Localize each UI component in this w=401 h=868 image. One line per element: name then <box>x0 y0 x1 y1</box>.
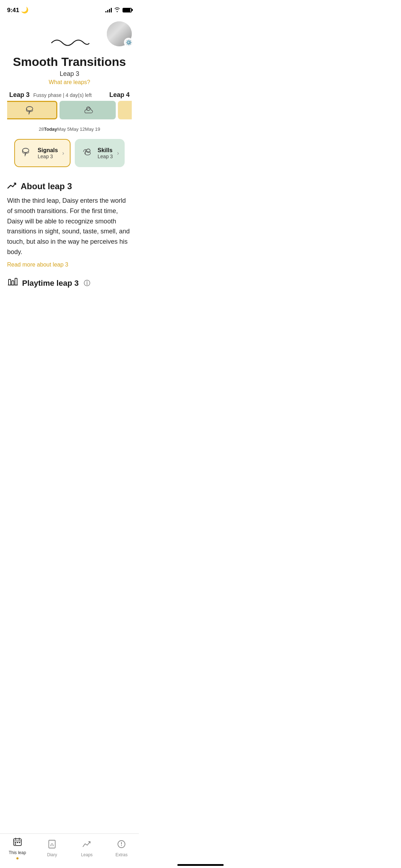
moon-icon: 🌙 <box>21 7 28 14</box>
chart-icon <box>7 182 17 191</box>
svg-rect-5 <box>9 279 11 285</box>
current-leap-label: Leap 3 <box>9 91 30 98</box>
app-title: Smooth Transitions <box>13 55 126 69</box>
about-heading: About leap 3 <box>7 181 132 191</box>
leap-subtitle: Leap 3 <box>59 70 79 78</box>
skills-card-text: Skills Leap 3 <box>98 147 113 159</box>
skills-icon <box>80 145 93 161</box>
about-heading-text: About leap 3 <box>21 181 72 191</box>
fussy-phase-info: Fussy phase | 4 day(s) left <box>33 92 92 98</box>
date-may19: May 19 <box>85 126 100 132</box>
signals-card-arrow: › <box>62 150 64 156</box>
timeline-current-segment[interactable] <box>7 101 57 119</box>
signals-card[interactable]: Signals Leap 3 › <box>14 139 71 167</box>
skills-card-title: Skills <box>98 147 113 154</box>
timeline-green-segment <box>59 101 116 119</box>
next-leap-label: Leap 4 <box>109 91 130 99</box>
signals-card-subtitle: Leap 3 <box>38 154 58 159</box>
leap-phase-header: Leap 3 Fussy phase | 4 day(s) left Leap … <box>7 91 132 99</box>
timeline-dates: 28 Today May 5 May 12 May 19 <box>37 126 101 132</box>
wifi-icon <box>114 7 120 13</box>
playtime-icon <box>7 277 19 290</box>
avatar: ⚙️ <box>107 21 132 46</box>
info-icon[interactable]: ⓘ <box>84 279 90 288</box>
signals-card-title: Signals <box>38 147 58 154</box>
avatar-container[interactable]: ⚙️ <box>107 21 132 46</box>
about-body: With the third leap, Daisy enters the wo… <box>7 196 132 257</box>
svg-point-2 <box>22 148 29 153</box>
skills-card[interactable]: Skills Leap 3 › <box>75 139 125 167</box>
battery-icon <box>123 8 132 12</box>
skills-card-subtitle: Leap 3 <box>98 154 113 159</box>
storm-icon <box>24 104 36 116</box>
about-section: About leap 3 With the third leap, Daisy … <box>0 181 139 268</box>
date-28: 28 <box>39 126 44 132</box>
status-time: 9:41 🌙 <box>7 6 28 14</box>
svg-point-4 <box>85 151 90 155</box>
playtime-heading-text: Playtime leap 3 <box>22 279 79 288</box>
date-may5: May 5 <box>57 126 70 132</box>
skills-card-arrow: › <box>117 150 119 156</box>
status-icons <box>105 7 132 13</box>
timeline-next-segment <box>118 101 132 119</box>
signals-icon <box>21 145 33 161</box>
date-may12: May 12 <box>70 126 85 132</box>
playtime-heading: Playtime leap 3 ⓘ <box>7 277 132 290</box>
svg-rect-6 <box>12 281 14 285</box>
cards-row: Signals Leap 3 › Skills Leap 3 › <box>12 139 127 167</box>
signals-card-text: Signals Leap 3 <box>38 147 58 159</box>
timeline-bar <box>7 101 132 119</box>
svg-point-0 <box>26 107 33 111</box>
header-area: ⚙️ Smooth Transitions Leap 3 What are le… <box>0 18 139 181</box>
svg-rect-7 <box>15 278 17 285</box>
timeline-bar-container <box>7 101 132 119</box>
read-more-link[interactable]: Read more about leap 3 <box>7 262 132 268</box>
signal-icon <box>105 7 112 12</box>
status-bar: 9:41 🌙 <box>0 0 139 18</box>
what-are-leaps-link[interactable]: What are leaps? <box>49 79 90 86</box>
playtime-section: Playtime leap 3 ⓘ <box>0 277 139 290</box>
wave-icon <box>48 36 91 51</box>
partly-cloudy-icon <box>81 104 94 117</box>
gear-icon: ⚙️ <box>124 38 133 47</box>
date-today: Today <box>44 126 57 132</box>
